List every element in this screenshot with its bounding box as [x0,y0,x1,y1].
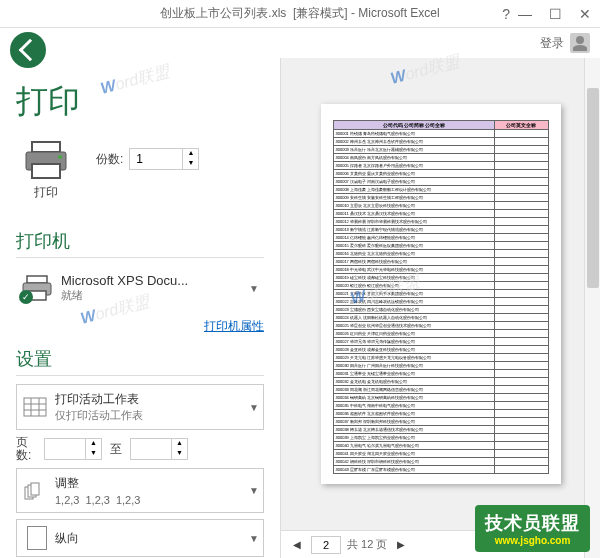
chevron-down-icon: ▼ [249,402,259,413]
copies-value: 1 [130,152,182,166]
print-button[interactable]: 打印 [16,140,76,201]
collate-icon [21,479,49,503]
table-row: 300030 阳普医疗 广州阳普医疗科技股份有限公司 [333,362,548,370]
login-link[interactable]: 登录 [540,35,564,52]
chevron-down-icon: ▼ [249,283,259,294]
collate-seq: 1,2,3 [116,494,140,506]
total-pages-label: 共 12 页 [347,537,387,552]
print-settings-panel: 打印 打印 份数: 1 ▲ ▼ 打印机 [0,58,280,558]
table-row: 300041 回天胶业 湖北回天胶业股份有限公司 [333,450,548,458]
printer-name: Microsoft XPS Docu... [61,273,249,288]
table-row: 300027 华谊兄弟 华谊兄弟传媒股份有限公司 [333,338,548,346]
table-row: 300001 特锐德 青岛特锐德电气股份有限公司 [333,130,548,138]
watermark: 技术员联盟 www.jsgho.com [475,505,590,552]
settings-section-title: 设置 [16,347,264,371]
pages-label: 页数: [16,436,40,462]
table-row: 300006 莱美药业 重庆莱美药业股份有限公司 [333,170,548,178]
spinner-down-icon[interactable]: ▼ [171,449,187,459]
table-row: 300034 钢研高纳 北京钢研高纳科技股份有限公司 [333,394,548,402]
scrollbar-vertical[interactable] [584,58,600,558]
table-row: 300017 网宿科技 网宿科技股份有限公司 [333,258,548,266]
divider [16,257,264,258]
printer-selector[interactable]: ✓ Microsoft XPS Docu... 就绪 ▼ [16,266,264,310]
prev-page-button[interactable]: ◀ [289,539,305,550]
table-row: 300040 九洲电气 哈尔滨九洲电气股份有限公司 [333,442,548,450]
svg-rect-14 [31,483,39,495]
table-row: 300026 红日药业 天津红日药业股份有限公司 [333,330,548,338]
table-row: 300002 神州泰岳 北京神州泰岳软件股份有限公司 [333,138,548,146]
spinner-up-icon[interactable]: ▲ [182,149,198,159]
minimize-button[interactable]: — [510,0,540,28]
table-row: 300014 亿纬锂能 惠州亿纬锂能股份有限公司 [333,234,548,242]
table-row: 300009 安科生物 安徽安科生物工程股份有限公司 [333,194,548,202]
table-row: 300028 金亚科技 成都金亚科技股份有限公司 [333,346,548,354]
current-page-input[interactable] [311,536,341,554]
watermark-url: www.jsgho.com [485,535,580,546]
collate-selector[interactable]: 调整 1,2,3 1,2,3 1,2,3 ▼ [16,468,264,513]
page-range-row: 页数: ▲▼ 至 ▲▼ [16,436,264,462]
table-row: 300039 上海凯宝 上海凯宝药业股份有限公司 [333,434,548,442]
titlebar-text: 创业板上市公司列表.xls [兼容模式] - Microsoft Excel [160,5,439,22]
page-to-input[interactable]: ▲▼ [130,438,188,460]
table-row: 300036 超图软件 北京超图软件股份有限公司 [333,410,548,418]
next-page-button[interactable]: ▶ [393,539,409,550]
table-row: 300024 机器人 沈阳新松机器人自动化股份有限公司 [333,314,548,322]
copies-label: 份数: [96,151,123,168]
table-row: 300020 银江股份 银江股份有限公司 [333,282,548,290]
preview-table: 公司代码 公司简称 公司全称 公司英文全称 300001 特锐德 青岛特锐德电气… [333,120,549,474]
spinner-up-icon[interactable]: ▲ [171,439,187,449]
table-row: 300022 吉峰农机 四川吉峰农机连锁股份有限公司 [333,298,548,306]
table-row: 300029 天龙光电 江苏华盛天龙光电设备股份有限公司 [333,354,548,362]
back-button[interactable] [10,32,46,68]
print-scope-selector[interactable]: 打印活动工作表 仅打印活动工作表 ▼ [16,384,264,430]
printer-properties-link[interactable]: 打印机属性 [204,319,264,333]
pages-to-label: 至 [110,441,122,458]
svg-rect-0 [32,142,60,152]
collate-seq: 1,2,3 [85,494,109,506]
back-arrow-icon [19,39,42,62]
maximize-button[interactable]: ☐ [540,0,570,28]
svg-rect-4 [27,276,47,283]
svg-rect-2 [32,164,60,178]
spinner-down-icon[interactable]: ▼ [182,159,198,169]
preview-area: 公司代码 公司简称 公司全称 公司英文全称 300001 特锐德 青岛特锐德电气… [281,58,600,530]
table-row: 300004 南风股份 南方风机股份有限公司 [333,154,548,162]
printer-section-title: 打印机 [16,229,264,253]
table-row: 300007 汉威电子 河南汉威电子股份有限公司 [333,178,548,186]
printer-device-icon: ✓ [21,274,53,302]
preview-page: 公司代码 公司简称 公司全称 公司英文全称 300001 特锐德 青岛特锐德电气… [321,104,561,484]
table-row: 300043 星辉车模 广东星辉车模股份有限公司 [333,466,548,474]
table-header: 公司英文全称 [495,121,548,130]
help-icon[interactable]: ? [502,6,510,22]
orientation-selector[interactable]: 纵向 ▼ [16,519,264,557]
table-row: 300018 中元华电 武汉中元华电科技股份有限公司 [333,266,548,274]
scope-title: 打印活动工作表 [55,391,249,408]
scrollbar-thumb[interactable] [587,88,599,288]
user-avatar-icon[interactable] [570,33,590,53]
table-row: 300032 金龙机电 金龙机电股份有限公司 [333,378,548,386]
page-title: 打印 [16,80,264,124]
close-button[interactable]: ✕ [570,0,600,28]
table-row: 300011 鼎汉技术 北京鼎汉技术股份有限公司 [333,210,548,218]
svg-rect-7 [24,398,46,416]
portrait-icon [21,526,49,550]
scope-subtitle: 仅打印活动工作表 [55,408,249,423]
printer-ready-check-icon: ✓ [19,290,33,304]
table-row: 300042 朗科科技 深圳市朗科科技股份有限公司 [333,458,548,466]
spinner-up-icon[interactable]: ▲ [85,439,101,449]
print-button-label: 打印 [16,184,76,201]
collate-seq: 1,2,3 [55,494,79,506]
chevron-down-icon: ▼ [249,485,259,496]
spinner-down-icon[interactable]: ▼ [85,449,101,459]
orientation-title: 纵向 [55,530,249,547]
table-header: 公司代码 公司简称 公司全称 [333,121,495,130]
chevron-down-icon: ▼ [249,533,259,544]
copies-input[interactable]: 1 ▲ ▼ [129,148,199,170]
table-row: 300038 梅泰诺 北京梅泰诺通信技术股份有限公司 [333,426,548,434]
table-row: 300005 探路者 北京探路者户外用品股份有限公司 [333,162,548,170]
printer-icon [22,140,70,180]
table-row: 300015 爱尔眼科 爱尔眼科医院集团股份有限公司 [333,242,548,250]
divider [16,375,264,376]
table-row: 300003 乐普医疗 乐普北京医疗器械股份有限公司 [333,146,548,154]
page-from-input[interactable]: ▲▼ [44,438,102,460]
